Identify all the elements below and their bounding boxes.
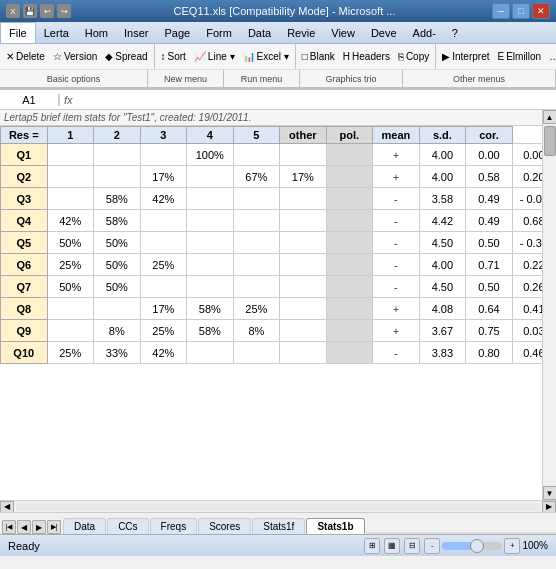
menu-review[interactable]: Revie	[279, 22, 323, 43]
table-cell[interactable]: 0.50	[466, 276, 513, 298]
table-cell[interactable]	[233, 232, 280, 254]
menu-help[interactable]: ?	[444, 22, 466, 43]
table-cell[interactable]: 4.00	[419, 144, 466, 166]
table-cell[interactable]	[47, 320, 94, 342]
table-cell[interactable]	[280, 298, 327, 320]
table-cell[interactable]	[47, 298, 94, 320]
table-cell[interactable]	[233, 254, 280, 276]
table-cell[interactable]: -	[373, 342, 420, 364]
tab-nav-prev[interactable]: ◀	[17, 520, 31, 534]
table-cell[interactable]: 0.00	[466, 144, 513, 166]
table-cell[interactable]	[187, 276, 234, 298]
maximize-button[interactable]: □	[512, 3, 530, 19]
table-cell[interactable]	[140, 210, 187, 232]
table-cell[interactable]: 42%	[47, 210, 94, 232]
table-cell[interactable]: 3.67	[419, 320, 466, 342]
table-cell[interactable]	[187, 254, 234, 276]
table-cell[interactable]	[187, 166, 234, 188]
table-cell[interactable]: 0.71	[466, 254, 513, 276]
table-cell[interactable]: -	[373, 188, 420, 210]
table-cell[interactable]: 17%	[140, 298, 187, 320]
table-cell[interactable]	[140, 144, 187, 166]
tab-ccs[interactable]: CCs	[107, 518, 148, 534]
view-normal-icon[interactable]: ⊞	[364, 538, 380, 554]
line-button[interactable]: 📈 Line ▾	[190, 46, 239, 68]
menu-developer[interactable]: Deve	[363, 22, 405, 43]
table-cell[interactable]: 4.42	[419, 210, 466, 232]
table-cell[interactable]: 50%	[94, 254, 141, 276]
view-layout-icon[interactable]: ▦	[384, 538, 400, 554]
more-button[interactable]: … More ▾	[545, 46, 556, 68]
blank-button[interactable]: □ Blank	[298, 46, 339, 68]
table-cell[interactable]: 4.00	[419, 166, 466, 188]
zoom-in-button[interactable]: +	[504, 538, 520, 554]
table-cell[interactable]: 58%	[94, 188, 141, 210]
table-cell[interactable]: -	[373, 276, 420, 298]
table-cell[interactable]	[94, 298, 141, 320]
vertical-scrollbar[interactable]: ▲ ▼	[542, 110, 556, 500]
table-cell[interactable]	[326, 320, 373, 342]
zoom-out-button[interactable]: -	[424, 538, 440, 554]
table-cell[interactable]: 4.50	[419, 232, 466, 254]
quick-access-save[interactable]: 💾	[23, 4, 37, 18]
table-cell[interactable]: 8%	[94, 320, 141, 342]
spread-button[interactable]: ◆ Spread	[101, 46, 151, 68]
table-cell[interactable]	[233, 188, 280, 210]
tab-nav-last[interactable]: ▶|	[47, 520, 61, 534]
table-cell[interactable]: 25%	[140, 254, 187, 276]
menu-form[interactable]: Form	[198, 22, 240, 43]
table-cell[interactable]: 50%	[47, 276, 94, 298]
table-cell[interactable]: +	[373, 298, 420, 320]
table-cell[interactable]	[280, 276, 327, 298]
table-cell[interactable]: 25%	[140, 320, 187, 342]
table-cell[interactable]	[280, 342, 327, 364]
table-cell[interactable]	[233, 210, 280, 232]
table-cell[interactable]: +	[373, 320, 420, 342]
table-cell[interactable]	[233, 276, 280, 298]
table-cell[interactable]: 8%	[233, 320, 280, 342]
menu-file[interactable]: File	[0, 22, 36, 43]
tab-nav-next[interactable]: ▶	[32, 520, 46, 534]
table-cell[interactable]	[47, 188, 94, 210]
delete-button[interactable]: ✕ Delete	[2, 46, 49, 68]
table-cell[interactable]: 4.50	[419, 276, 466, 298]
table-cell[interactable]	[280, 320, 327, 342]
table-cell[interactable]: 100%	[187, 144, 234, 166]
view-page-break-icon[interactable]: ⊟	[404, 538, 420, 554]
quick-access-undo[interactable]: ↩	[40, 4, 54, 18]
table-cell[interactable]	[280, 144, 327, 166]
table-cell[interactable]	[326, 342, 373, 364]
name-box[interactable]: A1	[0, 94, 60, 106]
scroll-up-button[interactable]: ▲	[543, 110, 557, 124]
table-cell[interactable]	[326, 188, 373, 210]
table-cell[interactable]: 3.83	[419, 342, 466, 364]
headers-button[interactable]: H Headers	[339, 46, 394, 68]
table-cell[interactable]	[94, 166, 141, 188]
table-cell[interactable]	[47, 144, 94, 166]
table-cell[interactable]	[187, 232, 234, 254]
table-cell[interactable]: 25%	[47, 254, 94, 276]
interpret-button[interactable]: ▶ Interpret	[438, 46, 493, 68]
table-cell[interactable]	[140, 232, 187, 254]
scroll-right-button[interactable]: ▶	[542, 501, 556, 513]
table-cell[interactable]	[140, 276, 187, 298]
tab-freqs[interactable]: Freqs	[150, 518, 198, 534]
menu-insert[interactable]: Inser	[116, 22, 156, 43]
close-button[interactable]: ✕	[532, 3, 550, 19]
table-cell[interactable]	[326, 276, 373, 298]
table-cell[interactable]: 67%	[233, 166, 280, 188]
table-cell[interactable]	[326, 232, 373, 254]
table-cell[interactable]	[326, 298, 373, 320]
table-cell[interactable]: 50%	[94, 276, 141, 298]
tab-data[interactable]: Data	[63, 518, 106, 534]
tab-scores[interactable]: Scores	[198, 518, 251, 534]
table-cell[interactable]: -	[373, 210, 420, 232]
elmillon-button[interactable]: E Elmillon	[494, 46, 546, 68]
menu-data[interactable]: Data	[240, 22, 279, 43]
table-cell[interactable]: +	[373, 144, 420, 166]
table-cell[interactable]: 42%	[140, 342, 187, 364]
tab-stats1f[interactable]: Stats1f	[252, 518, 305, 534]
table-cell[interactable]: 0.64	[466, 298, 513, 320]
table-cell[interactable]: 17%	[280, 166, 327, 188]
version-button[interactable]: ☆ Version	[49, 46, 101, 68]
